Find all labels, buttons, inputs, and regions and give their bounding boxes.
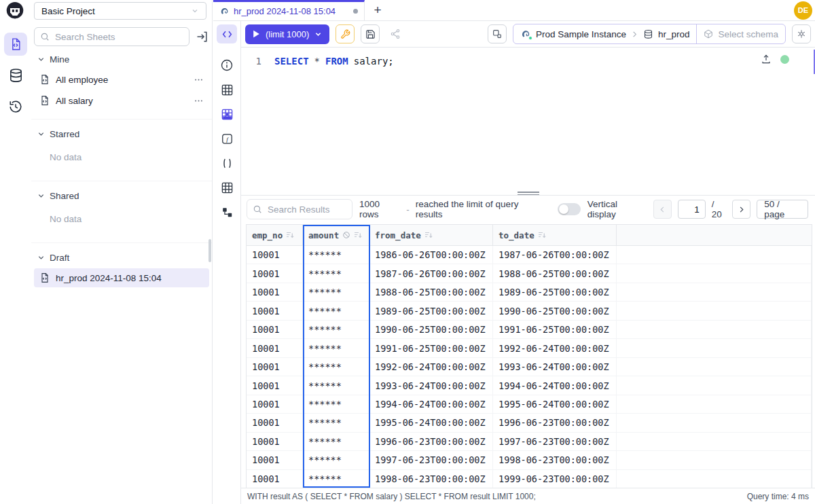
sheet-item-all-salary[interactable]: All salary — [34, 91, 209, 110]
table-row[interactable]: 10001 ****** 1996-06-23T00:00:00Z 1997-0… — [247, 433, 812, 451]
cell-amount[interactable]: ****** — [303, 376, 369, 394]
cell-from-date[interactable]: 1993-06-24T00:00:00Z — [369, 376, 493, 394]
cell-from-date[interactable]: 1987-06-26T00:00:00Z — [369, 264, 493, 282]
table-row[interactable]: 10001 ****** 1989-06-25T00:00:00Z 1990-0… — [247, 302, 812, 320]
cell-from-date[interactable]: 1989-06-25T00:00:00Z — [369, 302, 493, 319]
cell-amount[interactable]: ****** — [303, 321, 369, 338]
more-actions-icon[interactable] — [194, 75, 204, 85]
prev-page-button[interactable] — [653, 200, 672, 219]
cell-to-date[interactable]: 1997-06-23T00:00:00Z — [493, 433, 617, 450]
cell-amount[interactable]: ****** — [303, 433, 369, 450]
cell-from-date[interactable]: 1988-06-25T00:00:00Z — [369, 283, 493, 301]
schema-diagram-button[interactable] — [219, 204, 234, 219]
tab-hr-prod[interactable]: hr_prod 2024-11-08 15:04 — [213, 0, 365, 20]
instance-selector[interactable]: Prod Sample Instance hr_prod — [513, 24, 696, 43]
cell-emp-no[interactable]: 10001 — [247, 395, 303, 413]
cell-from-date[interactable]: 1996-06-23T00:00:00Z — [369, 433, 493, 450]
cell-to-date[interactable]: 1998-06-23T00:00:00Z — [493, 451, 617, 469]
cell-amount[interactable]: ****** — [303, 395, 369, 413]
search-results-field[interactable] — [266, 204, 346, 215]
section-draft-header[interactable]: Draft — [31, 249, 212, 266]
page-number-input[interactable]: 1 — [678, 200, 706, 219]
cell-emp-no[interactable]: 10001 — [247, 246, 303, 264]
cell-from-date[interactable]: 1997-06-23T00:00:00Z — [369, 451, 493, 469]
search-results-input[interactable] — [247, 199, 352, 219]
cell-from-date[interactable]: 1991-06-25T00:00:00Z — [369, 339, 493, 357]
sql-code-editor[interactable]: 1 SELECT*FROMsalary; — [241, 48, 815, 192]
code-panel-button[interactable] — [217, 24, 237, 43]
table-row[interactable]: 10001 ****** 1990-06-25T00:00:00Z 1991-0… — [247, 321, 812, 339]
cell-from-date[interactable]: 1986-06-26T00:00:00Z — [369, 246, 493, 264]
user-avatar[interactable]: DE — [794, 1, 812, 20]
save-sheet-button[interactable] — [361, 24, 380, 43]
section-shared-header[interactable]: Shared — [31, 187, 212, 204]
search-sheets-input[interactable] — [34, 27, 189, 46]
batch-mode-button[interactable] — [488, 24, 507, 43]
section-mine-header[interactable]: Mine — [31, 50, 212, 68]
table-row[interactable]: 10001 ****** 1993-06-24T00:00:00Z 1994-0… — [247, 376, 812, 395]
cell-amount[interactable]: ****** — [303, 451, 369, 469]
cell-to-date[interactable]: 1996-06-23T00:00:00Z — [493, 414, 617, 431]
cell-emp-no[interactable]: 10001 — [247, 433, 303, 450]
schema-selector[interactable]: Select schema — [696, 24, 785, 43]
table-row[interactable]: 10001 ****** 1987-06-26T00:00:00Z 1988-0… — [247, 264, 812, 283]
export-icon[interactable] — [761, 54, 772, 65]
functions-panel-button[interactable]: f — [219, 131, 234, 146]
cell-amount[interactable]: ****** — [303, 414, 369, 431]
table-row[interactable]: 10001 ****** 1988-06-25T00:00:00Z 1989-0… — [247, 283, 812, 302]
cell-to-date[interactable]: 1999-06-23T00:00:00Z — [493, 470, 617, 488]
next-page-button[interactable] — [732, 200, 750, 219]
sheet-item-draft-hr-prod[interactable]: hr_prod 2024-11-08 15:04 — [34, 268, 209, 287]
chevron-down-icon[interactable] — [314, 31, 322, 38]
table-row[interactable]: 10001 ****** 1994-06-24T00:00:00Z 1995-0… — [247, 395, 812, 414]
cell-to-date[interactable]: 1988-06-25T00:00:00Z — [493, 264, 617, 282]
section-starred-header[interactable]: Starred — [31, 125, 212, 143]
table-row[interactable]: 10001 ****** 1986-06-26T00:00:00Z 1987-0… — [247, 246, 812, 264]
cell-amount[interactable]: ****** — [303, 283, 369, 301]
cell-from-date[interactable]: 1995-06-24T00:00:00Z — [369, 414, 493, 431]
cell-emp-no[interactable]: 10001 — [247, 264, 303, 282]
sidebar-scrollbar[interactable] — [209, 239, 211, 262]
cell-from-date[interactable]: 1990-06-25T00:00:00Z — [369, 321, 493, 338]
cell-to-date[interactable]: 1993-06-24T00:00:00Z — [493, 358, 617, 376]
cell-amount[interactable]: ****** — [303, 339, 369, 357]
cell-amount[interactable]: ****** — [303, 246, 369, 264]
more-actions-icon[interactable] — [194, 96, 204, 106]
cell-to-date[interactable]: 1995-06-24T00:00:00Z — [493, 395, 617, 413]
search-sheets-field[interactable] — [54, 31, 183, 43]
cell-emp-no[interactable]: 10001 — [247, 414, 303, 431]
cell-emp-no[interactable]: 10001 — [247, 358, 303, 376]
cell-amount[interactable]: ****** — [303, 302, 369, 319]
cell-to-date[interactable]: 1992-06-24T00:00:00Z — [493, 339, 617, 357]
table-row[interactable]: 10001 ****** 1991-06-25T00:00:00Z 1992-0… — [247, 339, 812, 357]
cell-emp-no[interactable]: 10001 — [247, 376, 303, 394]
cell-emp-no[interactable]: 10001 — [247, 321, 303, 338]
page-size-select[interactable]: 50 / page — [757, 200, 808, 219]
run-query-button[interactable]: (limit 1000) — [245, 24, 329, 44]
cell-emp-no[interactable]: 10001 — [247, 283, 303, 301]
table-row[interactable]: 10001 ****** 1997-06-23T00:00:00Z 1998-0… — [247, 451, 812, 469]
cell-from-date[interactable]: 1994-06-24T00:00:00Z — [369, 395, 493, 413]
cell-emp-no[interactable]: 10001 — [247, 451, 303, 469]
cell-to-date[interactable]: 1991-06-25T00:00:00Z — [493, 321, 617, 338]
ai-assistant-button[interactable] — [792, 24, 811, 43]
nav-history[interactable] — [4, 95, 27, 118]
views-panel-button[interactable] — [219, 180, 234, 195]
cell-to-date[interactable]: 1989-06-25T00:00:00Z — [493, 283, 617, 301]
table-row[interactable]: 10001 ****** 1995-06-24T00:00:00Z 1996-0… — [247, 414, 812, 432]
sort-icon[interactable] — [286, 231, 294, 239]
sort-icon[interactable] — [424, 231, 433, 239]
cell-amount[interactable]: ****** — [303, 264, 369, 282]
new-tab-button[interactable]: + — [365, 0, 391, 20]
sort-icon[interactable] — [538, 231, 546, 239]
cell-to-date[interactable]: 1987-06-26T00:00:00Z — [493, 246, 617, 264]
nav-databases[interactable] — [4, 64, 27, 87]
vertical-display-toggle[interactable] — [558, 203, 581, 215]
cell-emp-no[interactable]: 10001 — [247, 470, 303, 488]
procedures-panel-button[interactable] — [219, 156, 234, 170]
cell-from-date[interactable]: 1992-06-24T00:00:00Z — [369, 358, 493, 376]
nav-worksheets[interactable] — [4, 33, 27, 56]
cell-emp-no[interactable]: 10001 — [247, 339, 303, 357]
table-data-panel-button[interactable] — [219, 107, 234, 122]
import-sheet-icon[interactable] — [196, 30, 209, 43]
